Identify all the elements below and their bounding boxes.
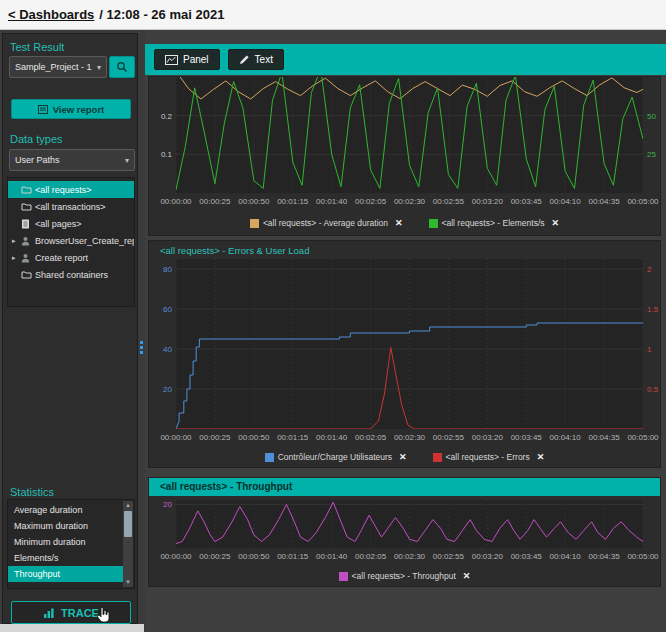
svg-text:00:00:50: 00:00:50 <box>238 433 270 442</box>
tree-item-all-transactions[interactable]: <all transactions> <box>8 198 134 215</box>
test-result-label: Test Result <box>10 41 64 53</box>
trace-label: TRACE <box>61 607 99 619</box>
chart-errors-userload[interactable]: 00:00:0000:00:2500:00:5000:01:1500:01:40… <box>149 259 660 445</box>
svg-text:20: 20 <box>163 385 172 394</box>
svg-text:00:05:00: 00:05:00 <box>627 552 659 561</box>
dashboards-back-link[interactable]: < Dashboards <box>8 7 94 22</box>
splitter-handle[interactable] <box>139 341 144 356</box>
sidebar: Test Result Sample_Project - 1 ▾ View re… <box>2 33 138 624</box>
expand-icon[interactable]: ▸ <box>12 254 21 262</box>
dashboard-main: Panel Text 00:00:0000:00:2500:00:5000:01… <box>145 30 666 632</box>
scroll-down-icon[interactable]: ▼ <box>123 578 133 587</box>
chart-legend: <all requests> - Average duration✕<all r… <box>149 209 660 236</box>
legend-item-contr-leur-charge-utilisateurs: Contrôleur/Charge Utilisateurs✕ <box>265 452 407 462</box>
svg-text:40: 40 <box>163 345 172 354</box>
statistics-list: Average durationMaximum durationMinimum … <box>7 499 135 589</box>
svg-text:00:02:05: 00:02:05 <box>355 552 387 561</box>
svg-text:00:00:25: 00:00:25 <box>199 197 231 206</box>
legend-label: Contrôleur/Charge Utilisateurs <box>278 452 392 462</box>
svg-text:00:00:00: 00:00:00 <box>160 552 192 561</box>
legend-item-all-requests-errors: <all requests> - Errors✕ <box>433 452 545 462</box>
legend-label: <all requests> - Average duration <box>263 218 388 228</box>
svg-text:00:02:55: 00:02:55 <box>433 433 465 442</box>
legend-remove-icon[interactable]: ✕ <box>552 218 560 228</box>
user-icon <box>21 236 35 246</box>
svg-text:00:00:25: 00:00:25 <box>199 552 231 561</box>
legend-item-all-requests-throughput: <all requests> - Throughput✕ <box>339 571 471 581</box>
user-paths-select[interactable]: User Paths ▾ <box>9 149 135 171</box>
project-select[interactable]: Sample_Project - 1 ▾ <box>9 56 107 78</box>
view-report-label: View report <box>53 104 105 115</box>
legend-label: <all requests> - Throughput <box>352 571 456 581</box>
legend-label: <all requests> - Errors <box>446 452 530 462</box>
tree-item-all-requests[interactable]: <all requests> <box>8 181 134 198</box>
tree-item-browseruser-create-report[interactable]: ▸BrowserUser_Create_report <box>8 232 134 249</box>
svg-text:00:05:00: 00:05:00 <box>627 197 659 206</box>
svg-text:00:03:20: 00:03:20 <box>472 197 504 206</box>
tree-item-all-pages[interactable]: <all pages> <box>8 215 134 232</box>
legend-remove-icon[interactable]: ✕ <box>463 571 471 581</box>
svg-text:00:05:00: 00:05:00 <box>627 433 659 442</box>
svg-text:60: 60 <box>163 305 172 314</box>
page-title: / 12:08 - 26 mai 2021 <box>99 7 224 22</box>
view-report-button[interactable]: View report <box>11 99 131 119</box>
svg-text:0.2: 0.2 <box>161 112 173 121</box>
add-text-label: Text <box>255 54 273 65</box>
svg-text:00:01:15: 00:01:15 <box>277 433 309 442</box>
data-types-tree: <all requests><all transactions><all pag… <box>7 177 135 307</box>
tree-item-shared-containers[interactable]: Shared containers <box>8 266 134 283</box>
add-panel-button[interactable]: Panel <box>154 49 220 70</box>
chart-average-elements[interactable]: 00:00:0000:00:2500:00:5000:01:1500:01:40… <box>149 77 660 209</box>
svg-text:00:01:40: 00:01:40 <box>316 433 348 442</box>
svg-text:00:00:50: 00:00:50 <box>238 197 270 206</box>
legend-item-all-requests-average-duration: <all requests> - Average duration✕ <box>250 218 403 228</box>
legend-remove-icon[interactable]: ✕ <box>399 452 407 462</box>
scroll-up-icon[interactable]: ▲ <box>123 501 133 510</box>
statistic-item-average-duration[interactable]: Average duration <box>8 502 123 518</box>
legend-swatch <box>265 453 274 462</box>
chevron-down-icon: ▾ <box>125 156 129 165</box>
chart-panel-errors-userload: <all requests> - Errors & User Load 00:0… <box>148 240 661 468</box>
statistic-item-minimum-duration[interactable]: Minimum duration <box>8 534 123 550</box>
svg-text:00:02:55: 00:02:55 <box>433 197 465 206</box>
chart-throughput[interactable]: 00:00:0000:00:2500:00:5000:01:1500:01:40… <box>149 496 660 564</box>
add-text-button[interactable]: Text <box>228 49 284 70</box>
scrollbar-thumb[interactable] <box>124 511 132 537</box>
svg-text:00:01:40: 00:01:40 <box>316 197 348 206</box>
svg-text:00:00:00: 00:00:00 <box>160 197 192 206</box>
chart-panel-throughput: <all requests> - Throughput 00:00:0000:0… <box>148 477 661 587</box>
statistics-scrollbar[interactable]: ▲ ▼ <box>123 501 133 587</box>
search-icon <box>116 61 128 73</box>
tree-item-create-report[interactable]: ▸Create report <box>8 249 134 266</box>
svg-text:20: 20 <box>163 500 172 509</box>
page-bottom-strip <box>0 624 144 632</box>
svg-text:00:03:45: 00:03:45 <box>511 197 543 206</box>
legend-swatch <box>339 572 348 581</box>
folder-icon <box>21 270 35 279</box>
statistic-item-elements-s[interactable]: Elements/s <box>8 550 123 566</box>
folder-icon <box>21 185 35 194</box>
svg-text:00:04:35: 00:04:35 <box>589 433 621 442</box>
legend-remove-icon[interactable]: ✕ <box>537 452 545 462</box>
report-icon <box>38 105 48 114</box>
tree-item-label: BrowserUser_Create_report <box>35 236 134 246</box>
top-bar: < Dashboards / 12:08 - 26 mai 2021 <box>0 0 666 30</box>
svg-text:00:03:20: 00:03:20 <box>472 552 504 561</box>
svg-text:00:04:10: 00:04:10 <box>550 197 582 206</box>
page-icon <box>21 219 35 229</box>
statistic-item-maximum-duration[interactable]: Maximum duration <box>8 518 123 534</box>
search-button[interactable] <box>109 56 135 78</box>
svg-text:00:02:30: 00:02:30 <box>394 552 426 561</box>
statistic-item-throughput[interactable]: Throughput <box>8 566 123 582</box>
svg-text:00:01:15: 00:01:15 <box>277 197 309 206</box>
hand-cursor-icon <box>95 606 111 628</box>
svg-text:00:01:15: 00:01:15 <box>277 552 309 561</box>
svg-text:00:03:45: 00:03:45 <box>511 552 543 561</box>
svg-text:1.5: 1.5 <box>647 305 659 314</box>
chart-title-errors-userload: <all requests> - Errors & User Load <box>149 241 660 259</box>
svg-text:00:02:55: 00:02:55 <box>433 552 465 561</box>
trace-button[interactable]: TRACE <box>11 601 131 624</box>
svg-text:00:00:00: 00:00:00 <box>160 433 192 442</box>
legend-remove-icon[interactable]: ✕ <box>395 218 403 228</box>
expand-icon[interactable]: ▸ <box>12 237 21 245</box>
